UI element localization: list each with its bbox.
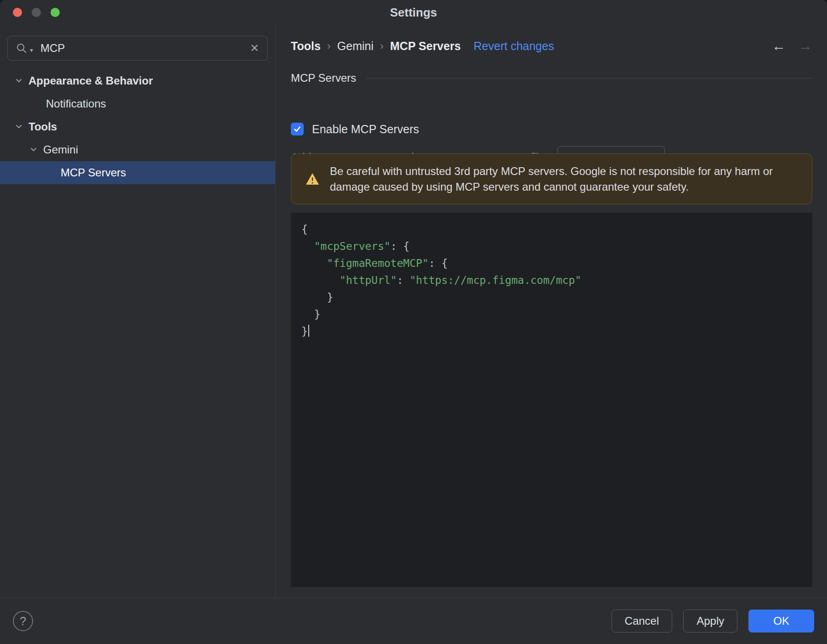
breadcrumb-tools[interactable]: Tools bbox=[291, 40, 321, 53]
code-line: } bbox=[301, 323, 812, 340]
apply-button[interactable]: Apply bbox=[683, 610, 737, 633]
ok-button[interactable]: OK bbox=[748, 610, 814, 633]
settings-search-box[interactable]: ▾ ✕ bbox=[7, 36, 268, 61]
sidebar-item-label: Gemini bbox=[43, 143, 78, 156]
enable-mcp-row: Enable MCP Servers bbox=[291, 119, 419, 139]
code-line: } bbox=[301, 289, 812, 306]
search-icon bbox=[16, 43, 27, 54]
breadcrumb-gemini[interactable]: Gemini bbox=[337, 40, 374, 53]
sidebar-item-label: Notifications bbox=[46, 97, 106, 110]
sidebar: ▾ ✕ Appearance & Behavior Notifications … bbox=[0, 25, 276, 598]
sidebar-item-label: MCP Servers bbox=[61, 166, 126, 179]
search-options-chevron-icon[interactable]: ▾ bbox=[30, 46, 33, 60]
traffic-lights bbox=[13, 8, 60, 17]
question-icon: ? bbox=[20, 615, 26, 628]
clear-search-icon[interactable]: ✕ bbox=[250, 43, 259, 54]
revert-changes-link[interactable]: Revert changes bbox=[474, 40, 554, 53]
chevron-down-icon[interactable] bbox=[14, 122, 24, 132]
json-editor[interactable]: { "mcpServers": { "figmaRemoteMCP": { "h… bbox=[291, 213, 812, 587]
zoom-window-button[interactable] bbox=[51, 8, 60, 17]
code-line: "mcpServers": { bbox=[301, 238, 812, 255]
breadcrumb-mcp-servers: MCP Servers bbox=[390, 40, 461, 53]
footer: ? Cancel Apply OK bbox=[0, 598, 827, 644]
sidebar-item-appearance-behavior[interactable]: Appearance & Behavior bbox=[0, 69, 275, 92]
close-window-button[interactable] bbox=[13, 8, 22, 17]
settings-content: Tools › Gemini › MCP Servers Revert chan… bbox=[276, 25, 827, 598]
code-line: { bbox=[301, 221, 812, 238]
breadcrumb-separator-icon: › bbox=[380, 40, 384, 52]
text-cursor bbox=[308, 325, 309, 337]
forward-icon[interactable]: → bbox=[799, 39, 812, 53]
breadcrumb-separator-icon: › bbox=[327, 40, 331, 52]
cancel-button[interactable]: Cancel bbox=[612, 610, 673, 633]
sidebar-item-label: Appearance & Behavior bbox=[28, 74, 153, 87]
chevron-down-icon[interactable] bbox=[28, 145, 39, 155]
code-line: "httpUrl": "https://mcp.figma.com/mcp" bbox=[301, 272, 812, 289]
warning-banner: Be careful with untrusted 3rd party MCP … bbox=[291, 153, 812, 204]
search-input[interactable] bbox=[40, 41, 247, 55]
settings-window: Settings ▾ ✕ Appearance & Behavior Notif… bbox=[0, 0, 827, 644]
chevron-down-icon[interactable] bbox=[14, 76, 24, 86]
code-line: } bbox=[301, 306, 812, 323]
minimize-window-button[interactable] bbox=[32, 8, 41, 17]
sidebar-item-label: Tools bbox=[28, 120, 57, 133]
page-title: MCP Servers bbox=[291, 72, 356, 85]
section-divider bbox=[366, 78, 812, 79]
warning-text: Be careful with untrusted 3rd party MCP … bbox=[330, 164, 798, 195]
code-line: "figmaRemoteMCP": { bbox=[301, 255, 812, 272]
help-button[interactable]: ? bbox=[13, 611, 33, 631]
enable-mcp-label: Enable MCP Servers bbox=[312, 123, 419, 136]
breadcrumb: Tools › Gemini › MCP Servers Revert chan… bbox=[291, 37, 812, 55]
section-header: MCP Servers bbox=[291, 69, 812, 87]
settings-tree: Appearance & Behavior Notifications Tool… bbox=[0, 69, 275, 184]
window-title: Settings bbox=[390, 6, 437, 20]
sidebar-item-gemini[interactable]: Gemini bbox=[0, 138, 275, 161]
warning-icon bbox=[305, 172, 320, 186]
sidebar-item-mcp-servers[interactable]: MCP Servers bbox=[0, 161, 275, 184]
sidebar-item-notifications[interactable]: Notifications bbox=[0, 92, 275, 115]
enable-mcp-checkbox[interactable] bbox=[291, 123, 304, 136]
checkmark-icon bbox=[293, 125, 301, 133]
sidebar-item-tools[interactable]: Tools bbox=[0, 115, 275, 138]
titlebar: Settings bbox=[0, 0, 827, 25]
back-icon[interactable]: ← bbox=[772, 39, 786, 53]
